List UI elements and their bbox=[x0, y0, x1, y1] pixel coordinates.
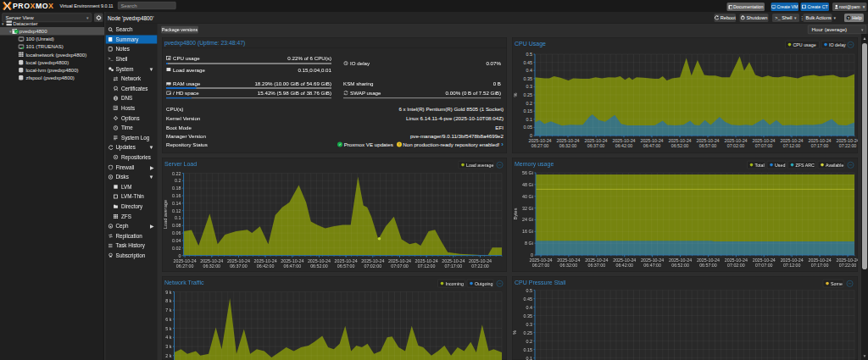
svg-text:0.4: 0.4 bbox=[526, 68, 533, 73]
svg-text:5 k: 5 k bbox=[165, 326, 171, 331]
svg-text:07:22:00: 07:22:00 bbox=[471, 263, 489, 269]
svg-text:06:57:00: 06:57:00 bbox=[699, 263, 717, 268]
svg-text:2025-10-24: 2025-10-24 bbox=[528, 138, 551, 143]
svg-text:Memory usage: Memory usage bbox=[515, 161, 554, 168]
svg-text:ZFS ARC: ZFS ARC bbox=[796, 163, 815, 168]
svg-text:06:32:00: 06:32:00 bbox=[559, 143, 577, 148]
svg-text:06:32:00: 06:32:00 bbox=[203, 263, 220, 269]
svg-text:2025-10-24: 2025-10-24 bbox=[640, 138, 663, 143]
svg-text:0.22: 0.22 bbox=[172, 171, 181, 176]
svg-text:2025-10-24: 2025-10-24 bbox=[808, 138, 831, 143]
svg-text:0.1: 0.1 bbox=[526, 356, 533, 360]
svg-text:2025-10-24: 2025-10-24 bbox=[724, 138, 747, 143]
svg-text:0.08: 0.08 bbox=[172, 223, 181, 228]
svg-text:2025-10-24: 2025-10-24 bbox=[696, 138, 719, 143]
svg-text:2025-10-24: 2025-10-24 bbox=[227, 258, 250, 263]
svg-text:CPU Usage: CPU Usage bbox=[515, 41, 546, 47]
svg-text:07:02:00: 07:02:00 bbox=[727, 143, 745, 148]
svg-text:2025-10-24: 2025-10-24 bbox=[613, 258, 636, 263]
svg-text:06:47:00: 06:47:00 bbox=[283, 263, 301, 269]
svg-text:0.35: 0.35 bbox=[524, 313, 533, 318]
svg-text:0.45: 0.45 bbox=[524, 296, 533, 302]
svg-text:0.5: 0.5 bbox=[526, 52, 533, 57]
svg-text:CPU usage: CPU usage bbox=[793, 42, 816, 47]
svg-text:16 Gi: 16 Gi bbox=[522, 229, 533, 234]
svg-text:CPU Pressure Stall: CPU Pressure Stall bbox=[515, 280, 566, 285]
svg-text:2025-10-24: 2025-10-24 bbox=[361, 258, 384, 263]
svg-text:Load average: Load average bbox=[163, 200, 168, 229]
svg-text:07:12:00: 07:12:00 bbox=[783, 263, 801, 268]
svg-text:0.15: 0.15 bbox=[524, 108, 533, 114]
svg-text:06:52:00: 06:52:00 bbox=[310, 263, 328, 269]
svg-text:Available: Available bbox=[826, 163, 843, 168]
svg-text:0.25: 0.25 bbox=[524, 92, 533, 97]
svg-text:0.2: 0.2 bbox=[526, 101, 533, 106]
svg-text:Server Load: Server Load bbox=[164, 161, 197, 167]
svg-text:06:37:00: 06:37:00 bbox=[230, 263, 248, 269]
svg-text:7 k: 7 k bbox=[165, 307, 171, 313]
svg-text:2025-10-24: 2025-10-24 bbox=[668, 138, 691, 143]
svg-text:0.1: 0.1 bbox=[175, 215, 181, 220]
svg-text:2025-10-24: 2025-10-24 bbox=[836, 258, 858, 263]
svg-text:Incoming: Incoming bbox=[446, 281, 465, 286]
svg-text:0.3: 0.3 bbox=[526, 322, 533, 327]
svg-text:07:02:00: 07:02:00 bbox=[364, 263, 381, 269]
svg-text:56 Gi: 56 Gi bbox=[522, 170, 533, 175]
svg-text:Load average: Load average bbox=[466, 163, 493, 168]
svg-text:0.35: 0.35 bbox=[524, 76, 533, 81]
svg-text:06:57:00: 06:57:00 bbox=[699, 143, 717, 148]
svg-text:2025-10-24: 2025-10-24 bbox=[753, 258, 776, 263]
svg-text:40 Gi: 40 Gi bbox=[522, 194, 533, 199]
svg-text:2025-10-24: 2025-10-24 bbox=[442, 258, 465, 263]
svg-text:2025-10-24: 2025-10-24 bbox=[752, 138, 775, 143]
svg-text:0.3: 0.3 bbox=[526, 84, 533, 89]
svg-text:4 k: 4 k bbox=[165, 335, 171, 340]
svg-text:Used: Used bbox=[775, 163, 785, 168]
svg-text:07:17:00: 07:17:00 bbox=[445, 263, 463, 269]
svg-text:2025-10-24: 2025-10-24 bbox=[585, 258, 608, 263]
svg-text:2025-10-24: 2025-10-24 bbox=[669, 258, 692, 263]
svg-text:06:42:00: 06:42:00 bbox=[615, 143, 633, 148]
svg-text:07:22:00: 07:22:00 bbox=[839, 263, 857, 268]
svg-text:Network Traffic: Network Traffic bbox=[164, 280, 204, 285]
svg-text:06:32:00: 06:32:00 bbox=[560, 263, 578, 268]
svg-text:0.15: 0.15 bbox=[524, 347, 533, 352]
svg-text:06:27:00: 06:27:00 bbox=[531, 143, 549, 148]
svg-text:2025-10-24: 2025-10-24 bbox=[697, 258, 720, 263]
svg-text:0.16: 0.16 bbox=[172, 193, 181, 198]
svg-text:0.04: 0.04 bbox=[172, 238, 181, 243]
svg-text:IO delay: IO delay bbox=[829, 42, 846, 47]
svg-text:2025-10-24: 2025-10-24 bbox=[200, 258, 223, 263]
svg-text:Some: Some bbox=[831, 281, 843, 286]
svg-text:0.25: 0.25 bbox=[524, 330, 533, 335]
svg-text:8 Gi: 8 Gi bbox=[525, 241, 533, 246]
svg-text:0.1: 0.1 bbox=[526, 117, 533, 122]
svg-text:06:42:00: 06:42:00 bbox=[257, 263, 275, 269]
svg-text:2025-10-24: 2025-10-24 bbox=[557, 258, 580, 263]
svg-text:06:47:00: 06:47:00 bbox=[643, 143, 661, 148]
svg-text:07:02:00: 07:02:00 bbox=[727, 263, 745, 268]
svg-text:06:37:00: 06:37:00 bbox=[587, 143, 605, 148]
svg-text:Bytes: Bytes bbox=[513, 208, 518, 219]
svg-text:2025-10-24: 2025-10-24 bbox=[641, 258, 664, 263]
svg-text:32 Gi: 32 Gi bbox=[522, 206, 533, 211]
svg-text:2025-10-24: 2025-10-24 bbox=[174, 258, 197, 263]
svg-text:2025-10-24: 2025-10-24 bbox=[584, 138, 607, 143]
svg-text:2025-10-24: 2025-10-24 bbox=[836, 138, 858, 143]
svg-text:07:22:00: 07:22:00 bbox=[839, 143, 857, 148]
svg-text:0.45: 0.45 bbox=[524, 60, 533, 65]
svg-text:8 k: 8 k bbox=[165, 298, 171, 303]
svg-text:2025-10-24: 2025-10-24 bbox=[781, 258, 804, 263]
svg-text:0: 0 bbox=[531, 252, 533, 258]
svg-text:9 k: 9 k bbox=[165, 290, 171, 295]
svg-text:06:42:00: 06:42:00 bbox=[615, 263, 633, 268]
svg-text:0.12: 0.12 bbox=[172, 208, 181, 213]
svg-text:3 k: 3 k bbox=[165, 344, 171, 349]
svg-text:2025-10-24: 2025-10-24 bbox=[281, 258, 303, 263]
svg-text:2025-10-24: 2025-10-24 bbox=[335, 258, 358, 263]
svg-text:07:12:00: 07:12:00 bbox=[783, 143, 801, 148]
svg-text:06:52:00: 06:52:00 bbox=[671, 143, 689, 148]
svg-text:07:07:00: 07:07:00 bbox=[755, 143, 773, 148]
svg-text:07:07:00: 07:07:00 bbox=[391, 263, 409, 269]
svg-text:06:57:00: 06:57:00 bbox=[337, 263, 355, 269]
